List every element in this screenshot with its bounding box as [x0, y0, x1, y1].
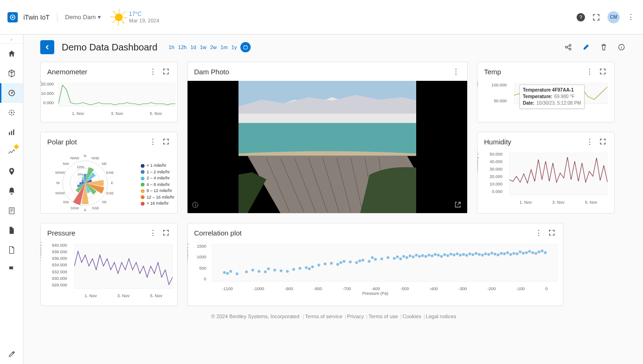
- svg-point-123: [493, 253, 496, 256]
- svg-point-88: [374, 258, 377, 261]
- range-1d[interactable]: 1d: [190, 44, 196, 50]
- share-button[interactable]: [564, 43, 573, 52]
- range-2w[interactable]: 2w: [210, 44, 217, 50]
- photo-open-icon[interactable]: [453, 200, 462, 209]
- svg-point-80: [340, 261, 342, 264]
- sidebar-home[interactable]: [0, 44, 23, 64]
- fullscreen-button[interactable]: [592, 13, 601, 22]
- range-1w[interactable]: 1w: [200, 44, 206, 50]
- sidebar-reports[interactable]: [0, 201, 23, 221]
- sidebar-files[interactable]: [0, 221, 23, 240]
- project-dropdown[interactable]: Demo Dam ▾: [65, 14, 101, 21]
- footer-link[interactable]: Legal notices: [426, 314, 456, 319]
- svg-point-71: [292, 268, 295, 271]
- svg-point-4: [11, 112, 12, 114]
- card-menu[interactable]: ⋮: [148, 228, 158, 237]
- svg-point-79: [336, 263, 339, 266]
- card-expand[interactable]: [161, 137, 171, 146]
- svg-point-107: [443, 253, 446, 256]
- svg-point-91: [393, 257, 396, 260]
- pressure-chart: Pressure (mbar) 940.000 938.000 936.000 …: [41, 242, 177, 306]
- card-menu[interactable]: ⋮: [148, 67, 158, 76]
- svg-text:SSW: SSW: [71, 206, 79, 210]
- svg-point-129: [513, 252, 515, 255]
- humidity-chart: Humidity (%) 50.000 40.000 30.000 20.000…: [477, 151, 614, 213]
- card-expand[interactable]: [598, 67, 607, 76]
- svg-rect-15: [13, 129, 14, 135]
- svg-point-74: [308, 267, 311, 270]
- svg-point-98: [415, 254, 418, 257]
- sidebar-tools[interactable]: [0, 344, 23, 364]
- info-button[interactable]: [617, 43, 626, 52]
- svg-point-77: [324, 263, 326, 265]
- sidebar-flags[interactable]: [0, 260, 23, 279]
- svg-point-136: [535, 252, 537, 255]
- user-avatar[interactable]: CM: [607, 11, 620, 23]
- card-menu[interactable]: ⋮: [585, 137, 594, 146]
- svg-point-130: [516, 252, 519, 255]
- svg-point-62: [236, 272, 238, 275]
- sidebar-charts[interactable]: [0, 122, 23, 142]
- svg-point-12: [13, 114, 14, 115]
- svg-point-66: [264, 271, 267, 273]
- svg-text:NNE: NNE: [92, 156, 100, 160]
- more-menu-button[interactable]: ⋮: [626, 13, 636, 22]
- sidebar-maps[interactable]: [0, 162, 23, 181]
- range-12h[interactable]: 12h: [178, 44, 187, 50]
- sidebar-assets[interactable]: [0, 64, 23, 83]
- card-menu[interactable]: ⋮: [148, 137, 158, 146]
- sidebar-alerts[interactable]: [0, 181, 23, 201]
- footer-link[interactable]: Terms of use: [368, 314, 398, 319]
- svg-point-75: [311, 265, 314, 268]
- footer-link[interactable]: Privacy: [347, 314, 364, 319]
- svg-point-8: [14, 112, 14, 113]
- svg-text:SSE: SSE: [92, 206, 99, 210]
- card-menu[interactable]: ⋮: [534, 228, 543, 237]
- svg-point-131: [519, 250, 521, 253]
- help-button[interactable]: ?: [577, 13, 585, 21]
- card-expand[interactable]: [161, 228, 171, 237]
- svg-point-117: [475, 252, 477, 255]
- back-button[interactable]: [40, 40, 54, 54]
- svg-point-76: [318, 264, 320, 266]
- svg-point-101: [424, 255, 427, 258]
- edit-button[interactable]: [581, 43, 591, 52]
- svg-point-92: [396, 256, 399, 258]
- svg-point-64: [251, 269, 254, 271]
- range-custom[interactable]: [240, 42, 251, 52]
- sidebar-expand[interactable]: ›: [0, 36, 23, 44]
- card-expand[interactable]: [598, 137, 607, 146]
- footer-link[interactable]: Terms of service: [305, 314, 342, 319]
- sidebar-sensors[interactable]: [0, 103, 23, 122]
- weather-widget: 17°C Mar 19, 2024: [112, 11, 159, 24]
- svg-point-139: [544, 251, 547, 254]
- delete-button[interactable]: [599, 43, 608, 52]
- footer-link[interactable]: Cookies: [403, 314, 421, 319]
- svg-text:5%: 5%: [78, 172, 83, 177]
- card-menu[interactable]: ⋮: [585, 67, 594, 76]
- chevron-down-icon: ▾: [98, 14, 101, 21]
- svg-point-122: [491, 252, 493, 255]
- svg-point-103: [431, 255, 433, 257]
- card-expand[interactable]: [547, 228, 556, 237]
- svg-point-81: [343, 260, 346, 263]
- card-title: Polar plot: [47, 138, 144, 146]
- card-menu[interactable]: ⋮: [451, 67, 461, 76]
- photo-info-icon[interactable]: ⓘ: [192, 201, 198, 209]
- card-title: Dam Photo: [194, 68, 448, 76]
- sidebar-analysis[interactable]: [0, 142, 23, 162]
- svg-rect-58: [212, 244, 558, 281]
- card-expand[interactable]: [161, 67, 171, 76]
- card-polar: Polar plot ⋮ NNNENEENEEESESESSESSSWSWWSW…: [40, 132, 178, 214]
- range-1h[interactable]: 1h: [169, 44, 174, 50]
- svg-point-65: [258, 270, 260, 273]
- svg-point-115: [469, 252, 471, 255]
- svg-point-97: [412, 256, 415, 258]
- svg-point-9: [9, 110, 10, 111]
- svg-point-78: [330, 262, 333, 265]
- sidebar-docs[interactable]: [0, 240, 23, 260]
- svg-text:N: N: [84, 154, 87, 158]
- sidebar-dashboards[interactable]: [0, 83, 23, 103]
- range-1m[interactable]: 1m: [221, 44, 228, 50]
- range-1y[interactable]: 1y: [231, 44, 237, 50]
